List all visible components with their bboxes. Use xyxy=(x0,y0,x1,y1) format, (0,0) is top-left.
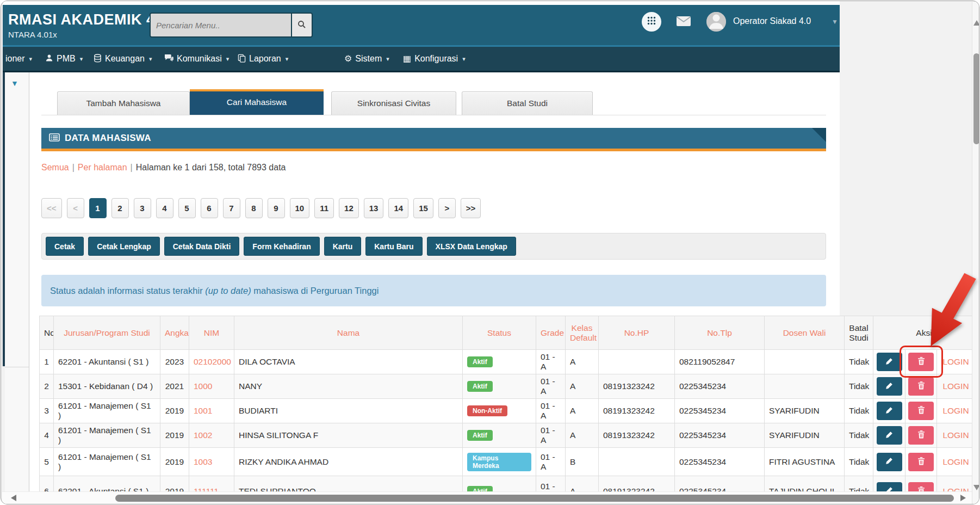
user-menu-label[interactable]: Operator Siakad 4.0 xyxy=(733,16,811,26)
nim-link[interactable]: 1002 xyxy=(194,430,212,440)
tab-cari-mahasiswa[interactable]: Cari Mahasiswa xyxy=(190,89,324,115)
page-next-button[interactable]: > xyxy=(438,198,456,218)
cell-kelas-default: A xyxy=(566,423,599,448)
nav-item-laporan[interactable]: Laporan▾ xyxy=(238,47,288,71)
col-nama[interactable]: Nama xyxy=(234,316,463,350)
notice-text: mahasiswa di Perguruan Tinggi xyxy=(251,286,379,295)
tab-sinkronisasi-civitas[interactable]: Sinkronisasi Civitas xyxy=(331,91,456,115)
cell-jurusan: 61201 - Manajemen ( S1 ) xyxy=(54,423,160,448)
collapsed-sidebar xyxy=(5,72,29,504)
page-button-13[interactable]: 13 xyxy=(364,198,384,218)
page-button-9[interactable]: 9 xyxy=(268,198,285,218)
login-link[interactable]: LOGIN xyxy=(942,406,969,415)
col-kelas-default[interactable]: Kelas Default xyxy=(566,316,599,350)
nim-link[interactable]: 1000 xyxy=(194,381,212,391)
page-button-4[interactable]: 4 xyxy=(156,198,173,218)
user-menu-caret-icon[interactable]: ▼ xyxy=(832,18,838,26)
login-link[interactable]: LOGIN xyxy=(942,457,969,466)
nim-link[interactable]: 1003 xyxy=(194,457,212,466)
cell-angkatan: 2019 xyxy=(160,448,189,476)
nav-item-keuangan[interactable]: Keuangan▾ xyxy=(94,47,152,71)
user-avatar[interactable] xyxy=(706,12,726,32)
apps-grid-button[interactable] xyxy=(642,12,661,32)
status-notice: Status adalah informasi status terakhir … xyxy=(41,275,826,306)
cetak-lengkap-button[interactable]: Cetak Lengkap xyxy=(88,237,160,256)
col-no-hp[interactable]: No.HP xyxy=(599,316,675,350)
login-link[interactable]: LOGIN xyxy=(942,357,969,366)
link-per-halaman[interactable]: Per halaman xyxy=(78,163,127,172)
app-subtitle: NTARA 4.01x xyxy=(8,30,57,39)
cetak-button[interactable]: Cetak xyxy=(46,237,84,256)
nim-link[interactable]: 1001 xyxy=(194,406,212,415)
xlsx-data-lengkap-button[interactable]: XLSX Data Lengkap xyxy=(427,237,516,256)
nav-item-fungsioner[interactable]: ioner▾ xyxy=(5,47,32,71)
scroll-down-arrow-icon[interactable] xyxy=(973,485,979,490)
mail-button[interactable] xyxy=(676,16,691,29)
cell-grade: 01 - A xyxy=(536,350,566,374)
nav-item-komunikasi[interactable]: Komunikasi▾ xyxy=(164,47,229,71)
horizontal-scrollbar[interactable] xyxy=(2,491,972,504)
panel-header: DATA MAHASISWA xyxy=(41,128,826,151)
edit-button[interactable] xyxy=(877,377,902,396)
page-button-11[interactable]: 11 xyxy=(314,198,334,218)
search-button[interactable] xyxy=(291,14,312,36)
edit-button[interactable] xyxy=(877,453,902,471)
page-button-2[interactable]: 2 xyxy=(111,198,129,218)
col-dosen-wali[interactable]: Dosen Wali xyxy=(765,316,845,350)
col-nim[interactable]: NIM xyxy=(189,316,234,350)
col-no-tlp[interactable]: No.Tlp xyxy=(675,316,765,350)
page-button-8[interactable]: 8 xyxy=(245,198,263,218)
vertical-scrollbar[interactable] xyxy=(972,2,979,504)
edit-button[interactable] xyxy=(877,426,902,445)
cell-kelas-default: B xyxy=(566,448,599,476)
scroll-up-arrow-icon[interactable] xyxy=(973,20,979,26)
delete-button[interactable] xyxy=(908,377,934,396)
kartu-button[interactable]: Kartu xyxy=(324,237,362,256)
cetak-data-dikti-button[interactable]: Cetak Data Dikti xyxy=(164,237,240,256)
nav-item-pmb[interactable]: PMB▾ xyxy=(45,47,83,71)
edit-button[interactable] xyxy=(877,353,902,371)
login-link[interactable]: LOGIN xyxy=(942,381,969,391)
edit-button[interactable] xyxy=(877,402,902,420)
login-link[interactable]: LOGIN xyxy=(942,430,969,440)
nav-item-konfigurasi[interactable]: ▦ Konfigurasi▾ xyxy=(403,47,466,71)
page-prev-button[interactable]: < xyxy=(67,198,84,218)
page-button-15[interactable]: 15 xyxy=(413,198,433,218)
nim-link[interactable]: 02102000 xyxy=(194,357,231,366)
link-semua[interactable]: Semua xyxy=(41,163,69,172)
cell-angkatan: 2019 xyxy=(160,399,189,423)
col-batal-studi: Batal Studi xyxy=(845,316,873,350)
scroll-left-arrow-icon[interactable] xyxy=(11,495,16,501)
page-button-14[interactable]: 14 xyxy=(388,198,408,218)
tab-batal-studi[interactable]: Batal Studi xyxy=(462,91,593,115)
page-button-10[interactable]: 10 xyxy=(290,198,310,218)
delete-button[interactable] xyxy=(908,426,934,445)
col-jurusan[interactable]: Jurusan/Program Studi xyxy=(54,316,160,350)
scroll-right-arrow-icon[interactable] xyxy=(960,495,966,501)
vertical-scrollbar-thumb[interactable] xyxy=(973,53,979,144)
nav-item-sistem[interactable]: ⚙ Sistem▾ xyxy=(344,47,389,71)
sidebar-toggle-caret-icon[interactable]: ▼ xyxy=(11,79,18,88)
page-button-3[interactable]: 3 xyxy=(134,198,151,218)
page-button-5[interactable]: 5 xyxy=(178,198,196,218)
page-button-12[interactable]: 12 xyxy=(339,198,359,218)
cell-no: 2 xyxy=(40,374,54,399)
cell-nama: RIZKY ANDIKA AHMAD xyxy=(234,448,463,476)
page-last-button[interactable]: >> xyxy=(461,198,481,218)
page-button-1[interactable]: 1 xyxy=(89,198,107,218)
col-status[interactable]: Status xyxy=(463,316,536,350)
form-kehadiran-button[interactable]: Form Kehadiran xyxy=(244,237,319,256)
col-angkatan[interactable]: Angkatan xyxy=(160,316,189,350)
page-button-7[interactable]: 7 xyxy=(223,198,240,218)
horizontal-scrollbar-thumb[interactable] xyxy=(115,495,954,502)
tab-tambah-mahasiswa[interactable]: Tambah Mahasiswa xyxy=(57,91,190,115)
delete-button[interactable] xyxy=(908,453,934,471)
search-input[interactable] xyxy=(151,14,291,36)
kartu-baru-button[interactable]: Kartu Baru xyxy=(365,237,422,256)
col-grade[interactable]: Grade xyxy=(536,316,566,350)
page-first-button[interactable]: << xyxy=(41,198,62,218)
page-button-6[interactable]: 6 xyxy=(201,198,218,218)
delete-button[interactable] xyxy=(908,402,934,420)
cell-dosen-wali xyxy=(765,374,845,399)
pencil-icon xyxy=(885,431,893,440)
